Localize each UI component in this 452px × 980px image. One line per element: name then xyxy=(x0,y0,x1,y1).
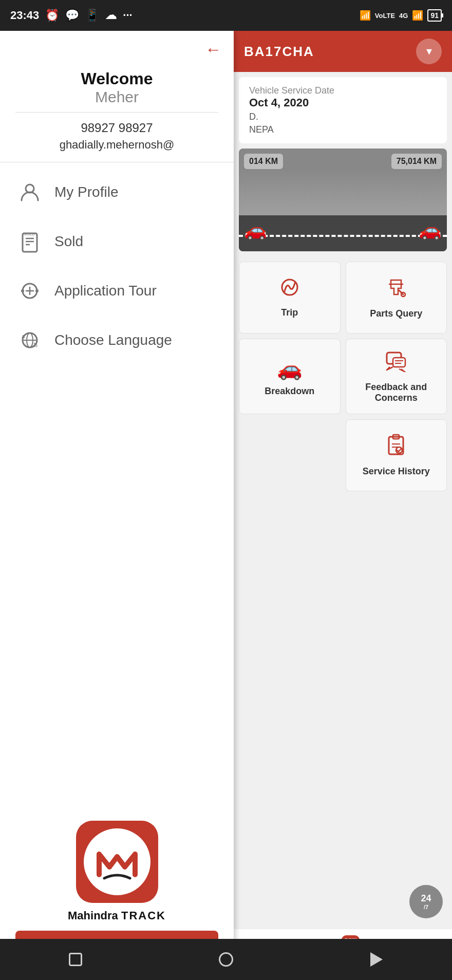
service-date-value: Oct 4, 2020 xyxy=(249,96,437,109)
location-line1: D. xyxy=(249,112,437,122)
odometer-right: 75,014 KM xyxy=(391,154,442,169)
back-button[interactable]: ← xyxy=(205,40,221,59)
clipboard-icon xyxy=(385,434,407,461)
location-line2: NEPA xyxy=(249,124,437,135)
parts-query-label: Parts Query xyxy=(370,308,422,319)
right-panel: BA17CHA ▾ Vehicle Service Date Oct 4, 20… xyxy=(234,31,452,980)
phone-number: 98927 98927 xyxy=(15,121,218,135)
email-display: ghadially.mehernosh@ xyxy=(15,138,218,152)
service-date-card: Vehicle Service Date Oct 4, 2020 D. NEPA xyxy=(239,77,447,143)
city-skyline xyxy=(239,169,447,220)
vehicle-header: BA17CHA ▾ xyxy=(234,31,452,72)
menu-item-my-profile[interactable]: My Profile xyxy=(0,168,234,217)
more-icon: ··· xyxy=(123,9,132,22)
whatsapp-icon: 📱 xyxy=(85,9,99,22)
grid-item-service-history[interactable]: Service History xyxy=(346,419,447,491)
odometer-left: 014 KM xyxy=(244,154,283,169)
road-dashes xyxy=(239,235,447,237)
car-icon-right: 🚗 xyxy=(419,219,442,241)
grid-item-feedback[interactable]: Feedback and Concerns xyxy=(346,339,447,414)
status-right: 📶 VoLTE 4G 📶 91 xyxy=(360,9,442,22)
chevron-down-button[interactable]: ▾ xyxy=(416,39,442,64)
username-display: Meher xyxy=(15,88,218,106)
sold-icon: SOLD xyxy=(16,228,43,255)
trip-label: Trip xyxy=(281,307,298,318)
language-icon: A あ xyxy=(16,327,43,354)
grid-menu: Trip Parts Query 🚗 Breakdown xyxy=(234,256,452,496)
car-breakdown-icon: 🚗 xyxy=(277,357,303,381)
svg-text:A: A xyxy=(22,334,25,339)
battery-icon: 91 xyxy=(427,9,442,22)
message-icon: 💬 xyxy=(65,9,79,22)
svg-text:あ: あ xyxy=(33,342,37,347)
android-nav-bar xyxy=(0,939,452,980)
choose-language-label: Choose Language xyxy=(54,332,172,348)
grid-item-breakdown[interactable]: 🚗 Breakdown xyxy=(239,339,341,414)
status-left: 23:43 ⏰ 💬 📱 ☁ ··· xyxy=(10,9,133,22)
road-section: 014 KM 75,014 KM 🚗 🚗 xyxy=(239,149,447,251)
trip-icon xyxy=(279,277,300,302)
app-logo-inner xyxy=(84,828,150,895)
application-tour-label: Application Tour xyxy=(54,283,157,299)
welcome-section: Welcome Meher 98927 98927 ghadially.mehe… xyxy=(0,64,234,162)
menu-item-application-tour[interactable]: Application Tour xyxy=(0,266,234,316)
wrench-icon xyxy=(385,276,407,303)
fab-label: 24 xyxy=(421,893,431,904)
breakdown-label: Breakdown xyxy=(265,386,314,397)
menu-item-sold[interactable]: SOLD Sold xyxy=(0,217,234,266)
fab-hours: /7 xyxy=(424,904,428,910)
drawer-panel: ← Welcome Meher 98927 98927 ghadially.me… xyxy=(0,31,234,980)
chat-icon xyxy=(385,349,407,377)
svg-rect-20 xyxy=(393,358,405,367)
car-icon-left: 🚗 xyxy=(244,219,267,241)
wifi-icon: 📶 xyxy=(360,10,371,21)
main-container: ← Welcome Meher 98927 98927 ghadially.me… xyxy=(0,31,452,980)
welcome-heading: Welcome xyxy=(15,69,218,88)
alarm-icon: ⏰ xyxy=(45,9,59,22)
svg-text:SOLD: SOLD xyxy=(24,232,35,236)
service-date-label: Vehicle Service Date xyxy=(249,85,437,96)
menu-list: My Profile SOLD Sold xyxy=(0,162,234,370)
vehicle-plate: BA17CHA xyxy=(244,44,314,60)
fab-24-button[interactable]: 24 /7 xyxy=(409,885,443,918)
road-strip xyxy=(239,215,447,251)
svg-point-10 xyxy=(35,289,39,292)
nav-square-button[interactable] xyxy=(65,949,86,970)
my-profile-label: My Profile xyxy=(54,184,118,200)
mahindra-logo-svg xyxy=(91,841,143,882)
sold-label: Sold xyxy=(54,233,83,250)
volte-icon: VoLTE xyxy=(375,12,395,20)
app-name: Mahindra TRACK xyxy=(68,909,166,922)
status-bar: 23:43 ⏰ 💬 📱 ☁ ··· 📶 VoLTE 4G 📶 91 xyxy=(0,0,452,31)
cloud-icon: ☁ xyxy=(105,9,117,22)
grid-item-parts-query[interactable]: Parts Query xyxy=(346,262,447,334)
svg-point-9 xyxy=(21,289,24,292)
signal-icon: 📶 xyxy=(412,10,423,21)
feedback-label: Feedback and Concerns xyxy=(351,382,442,403)
back-button-row: ← xyxy=(0,31,234,64)
menu-item-choose-language[interactable]: A あ Choose Language xyxy=(0,316,234,365)
grid-item-trip[interactable]: Trip xyxy=(239,262,341,334)
service-history-label: Service History xyxy=(363,466,430,477)
person-icon xyxy=(16,179,43,206)
nav-back-button[interactable] xyxy=(366,949,387,970)
4g-icon: 4G xyxy=(399,12,408,20)
nav-home-button[interactable] xyxy=(216,949,236,970)
app-logo xyxy=(76,821,158,903)
time-display: 23:43 xyxy=(10,9,39,22)
tour-icon xyxy=(16,278,43,304)
